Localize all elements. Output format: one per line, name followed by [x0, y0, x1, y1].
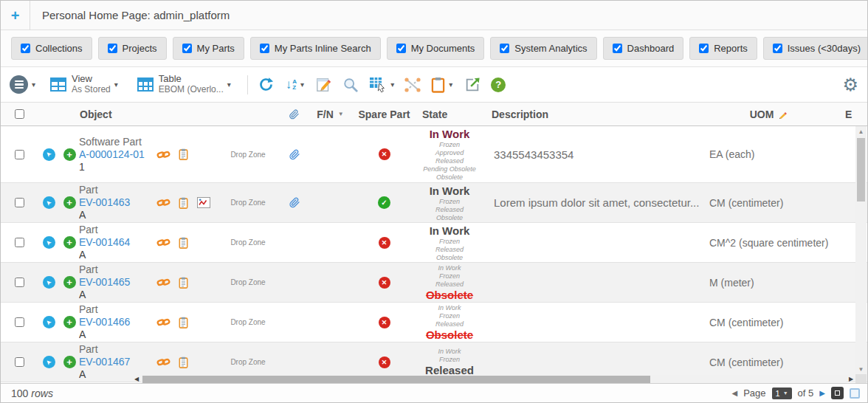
- scroll-up-icon[interactable]: ▲: [855, 126, 867, 137]
- toggle-my-parts-inline-search[interactable]: My Parts Inline Search: [250, 37, 381, 60]
- chevron-down-icon: ▾: [227, 80, 231, 89]
- search-button[interactable]: [342, 77, 359, 93]
- structure-action[interactable]: [173, 223, 193, 262]
- table-selector[interactable]: TableEBOM (Overlo... ▾: [137, 74, 231, 95]
- view-selector[interactable]: ViewAs Stored ▾: [50, 74, 118, 95]
- column-header-spare-part[interactable]: Spare Part: [354, 103, 415, 125]
- row-checkbox[interactable]: [15, 238, 24, 247]
- link-action[interactable]: [153, 263, 173, 302]
- toggle-my-parts[interactable]: My Parts: [173, 37, 244, 60]
- edit-button[interactable]: [316, 77, 332, 93]
- add-item-icon[interactable]: +: [63, 236, 76, 249]
- view-mode-light-button[interactable]: [850, 388, 860, 399]
- column-header-attachments[interactable]: [281, 103, 307, 125]
- link-action[interactable]: [153, 126, 173, 182]
- item-number-link[interactable]: EV-001465: [79, 276, 130, 289]
- structure-action[interactable]: [173, 183, 193, 222]
- toggle-projects[interactable]: Projects: [98, 37, 167, 60]
- select-all-checkbox[interactable]: [15, 109, 24, 119]
- structure-action[interactable]: [173, 263, 193, 302]
- reports-checkbox[interactable]: [699, 44, 709, 53]
- toggle-issues[interactable]: Issues (<30days): [763, 37, 868, 60]
- add-item-icon[interactable]: +: [63, 356, 76, 368]
- link-action[interactable]: [153, 183, 173, 222]
- horizontal-scroll-thumb[interactable]: [142, 376, 650, 383]
- goto-item-icon[interactable]: ➤: [43, 236, 55, 249]
- structure-action[interactable]: [173, 303, 193, 342]
- drop-zone[interactable]: Drop Zone: [215, 303, 281, 342]
- structure-action[interactable]: [173, 126, 193, 182]
- toggle-my-documents[interactable]: My Documents: [387, 37, 485, 60]
- toggle-reports[interactable]: Reports: [689, 37, 757, 60]
- my-parts-inline-search-checkbox[interactable]: [260, 44, 269, 53]
- scroll-left-icon[interactable]: ◀: [132, 376, 141, 382]
- gear-icon[interactable]: ⚙: [842, 76, 858, 94]
- add-item-icon[interactable]: +: [63, 196, 76, 209]
- system-analytics-checkbox[interactable]: [500, 44, 509, 53]
- next-page-icon[interactable]: ▶: [819, 389, 825, 397]
- column-header-state[interactable]: State: [415, 103, 484, 125]
- disconnect-button[interactable]: [403, 77, 422, 93]
- my-parts-checkbox[interactable]: [182, 44, 192, 53]
- row-checkbox[interactable]: [15, 150, 24, 159]
- add-tab-button[interactable]: +: [1, 1, 30, 30]
- toggle-system-analytics[interactable]: System Analytics: [490, 37, 596, 60]
- state-pending: Released: [435, 206, 464, 214]
- row-checkbox[interactable]: [15, 317, 24, 327]
- export-button[interactable]: [464, 77, 480, 93]
- vertical-scroll-thumb[interactable]: [857, 138, 865, 202]
- column-header-object[interactable]: Object: [79, 103, 153, 125]
- clipboard-button[interactable]: ▾: [431, 77, 452, 93]
- help-button[interactable]: ?: [491, 78, 506, 92]
- item-number-link[interactable]: EV-001467: [79, 356, 130, 368]
- column-header-description[interactable]: Description: [484, 103, 700, 125]
- goto-item-icon[interactable]: ➤: [43, 148, 55, 161]
- drop-zone[interactable]: Drop Zone: [215, 223, 281, 262]
- dashboard-checkbox[interactable]: [613, 44, 622, 53]
- issues-checkbox[interactable]: [773, 44, 782, 53]
- scroll-right-icon[interactable]: ▶: [847, 376, 855, 382]
- collections-checkbox[interactable]: [21, 44, 30, 53]
- item-number-link[interactable]: EV-001464: [79, 236, 130, 249]
- horizontal-scroll-track[interactable]: [141, 375, 847, 384]
- page-select[interactable]: 1 ▼: [772, 388, 792, 399]
- attachment-indicator[interactable]: [281, 126, 307, 182]
- row-checkbox[interactable]: [15, 198, 24, 207]
- item-number-link[interactable]: A-0000124-01: [79, 148, 145, 161]
- column-header-e[interactable]: E: [838, 103, 855, 125]
- link-action[interactable]: [153, 303, 173, 342]
- toggle-dashboard[interactable]: Dashboard: [603, 37, 684, 60]
- column-header-fn[interactable]: F/N ▼: [307, 103, 354, 125]
- item-number-link[interactable]: EV-001463: [79, 196, 130, 209]
- add-item-icon[interactable]: +: [63, 316, 76, 328]
- item-number-link[interactable]: EV-001466: [79, 316, 130, 328]
- goto-item-icon[interactable]: ➤: [43, 276, 55, 289]
- view-mode-dark-button[interactable]: [831, 387, 844, 399]
- add-item-icon[interactable]: +: [63, 148, 76, 161]
- drop-zone[interactable]: Drop Zone: [215, 126, 281, 182]
- goto-item-icon[interactable]: ➤: [43, 316, 55, 328]
- drop-zone[interactable]: Drop Zone: [215, 183, 281, 222]
- row-checkbox[interactable]: [15, 357, 24, 367]
- select-rows-button[interactable]: ▾: [369, 77, 394, 93]
- add-item-icon[interactable]: +: [63, 276, 76, 289]
- projects-checkbox[interactable]: [108, 44, 117, 53]
- goto-item-icon[interactable]: ➤: [43, 196, 55, 209]
- attachment-indicator[interactable]: [281, 183, 307, 222]
- my-documents-checkbox[interactable]: [396, 44, 406, 53]
- main-menu-button[interactable]: ▾: [10, 75, 35, 94]
- vertical-scrollbar[interactable]: ▲ ▼: [855, 126, 867, 374]
- goto-item-icon[interactable]: ➤: [43, 356, 55, 368]
- row-checkbox[interactable]: [15, 278, 24, 287]
- app-window: + Personal Home Page: admin_platform Col…: [0, 0, 868, 403]
- refresh-button[interactable]: [258, 77, 274, 92]
- link-action[interactable]: [153, 223, 173, 262]
- description-cell: 3345543453354: [484, 126, 700, 182]
- scroll-down-icon[interactable]: ▼: [855, 364, 867, 374]
- previous-page-icon[interactable]: ◀: [731, 389, 737, 397]
- toggle-collections[interactable]: Collections: [11, 37, 92, 60]
- uom-cell: CM^2 (square centimeter): [700, 223, 838, 262]
- sort-button[interactable]: ↓ AZ ▾: [286, 78, 304, 91]
- column-header-uom[interactable]: UOM: [700, 103, 838, 125]
- drop-zone[interactable]: Drop Zone: [215, 263, 281, 302]
